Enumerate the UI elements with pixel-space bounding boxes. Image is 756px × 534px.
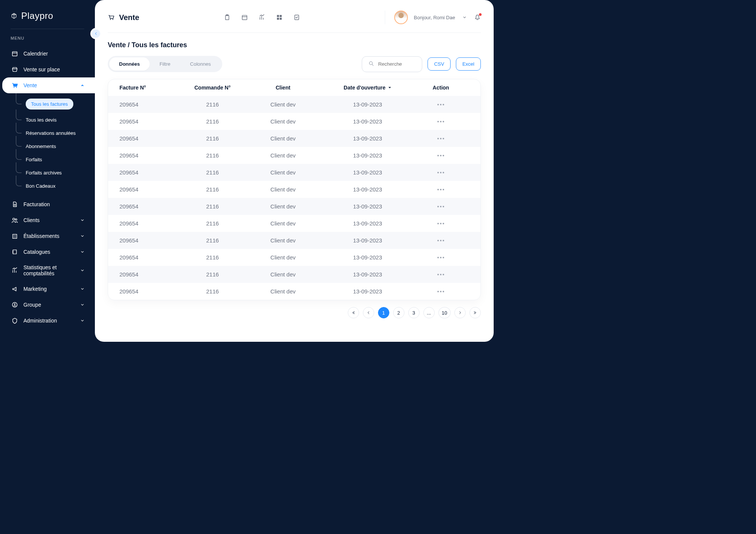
cell-date: 13-09-2023 (322, 152, 413, 159)
row-actions-button[interactable] (437, 274, 444, 275)
search-icon (368, 60, 374, 68)
cell-action (413, 172, 469, 173)
chevron-up-icon (79, 82, 86, 89)
page-prev-button[interactable] (363, 307, 374, 318)
row-actions-button[interactable] (437, 189, 444, 190)
table-header: Facture N° Commande N° Client Date d'ouv… (108, 79, 480, 96)
search-input[interactable] (378, 61, 416, 67)
row-actions-button[interactable] (437, 172, 444, 173)
table-row[interactable]: 209654 2116 Client dev 13-09-2023 (108, 181, 480, 198)
subnav-bon-cadeaux[interactable]: Bon Cadeaux (16, 179, 95, 193)
sidebar-collapse-button[interactable] (92, 29, 100, 38)
tab-colonnes[interactable]: Colonnes (180, 57, 221, 71)
row-actions-button[interactable] (437, 121, 444, 122)
table-row[interactable]: 209654 2116 Client dev 13-09-2023 (108, 283, 480, 300)
users-icon (11, 217, 18, 224)
col-date-label: Date d'ouverture (344, 85, 386, 91)
avatar[interactable] (394, 11, 408, 24)
subnav-reservations-annulees[interactable]: Réservations annulées (16, 127, 95, 140)
sidebar-item-calendrier[interactable]: Calendrier (0, 46, 95, 62)
table-row[interactable]: 209654 2116 Client dev 13-09-2023 (108, 130, 480, 147)
subnav-tous-les-devis[interactable]: Tous les devis (16, 113, 95, 127)
table-row[interactable]: 209654 2116 Client dev 13-09-2023 (108, 164, 480, 181)
row-actions-button[interactable] (437, 257, 444, 258)
cell-client: Client dev (243, 203, 322, 210)
table-row[interactable]: 209654 2116 Client dev 13-09-2023 (108, 198, 480, 215)
row-actions-button[interactable] (437, 206, 444, 207)
chevron-down-icon (79, 233, 86, 239)
subnav-forfaits[interactable]: Forfaits (16, 153, 95, 166)
sidebar-item-vente-sur-place[interactable]: Vente sur place (0, 62, 95, 77)
sidebar-item-facturation[interactable]: Facturation (0, 196, 95, 212)
export-excel-button[interactable]: Excel (456, 57, 481, 71)
tab-filtre[interactable]: Filtre (150, 57, 180, 71)
grid-icon[interactable] (276, 14, 283, 21)
row-actions-button[interactable] (437, 138, 444, 139)
col-date[interactable]: Date d'ouverture (322, 85, 413, 91)
cell-commande: 2116 (181, 271, 243, 278)
sidebar-item-catalogues[interactable]: Catalogues (0, 244, 95, 260)
sidebar-item-label: Statistiques et comptabilités (23, 264, 74, 276)
invoices-table: Facture N° Commande N° Client Date d'ouv… (108, 79, 481, 300)
clipboard-icon[interactable] (224, 14, 231, 21)
notifications-icon[interactable] (474, 14, 481, 21)
subnav-vente: Tous les factures Tous les devis Réserva… (16, 95, 95, 193)
row-actions-button[interactable] (437, 240, 444, 241)
sidebar-item-statistiques[interactable]: Statistiques et comptabilités (0, 260, 95, 281)
sidebar-item-etablissements[interactable]: Établissements (0, 228, 95, 244)
col-facture[interactable]: Facture N° (119, 85, 181, 91)
main-panel: Vente Bonjour, Romi Dae Vente / Tous les… (95, 0, 494, 342)
chevron-down-icon[interactable] (461, 14, 468, 21)
col-commande[interactable]: Commande N° (181, 85, 243, 91)
subnav-tous-les-factures[interactable]: Tous les factures (16, 95, 95, 113)
table-row[interactable]: 209654 2116 Client dev 13-09-2023 (108, 266, 480, 283)
page-3-button[interactable]: 3 (408, 307, 420, 318)
sidebar-item-label: Marketing (23, 286, 74, 292)
pagination: 123...10 (108, 307, 481, 318)
toolbar-icons (224, 14, 300, 21)
cell-date: 13-09-2023 (322, 254, 413, 261)
table-row[interactable]: 209654 2116 Client dev 13-09-2023 (108, 147, 480, 164)
svg-rect-19 (242, 15, 247, 20)
table-row[interactable]: 209654 2116 Client dev 13-09-2023 (108, 113, 480, 130)
tab-donnees[interactable]: Données (109, 57, 150, 71)
sidebar-item-administration[interactable]: Administration (0, 313, 95, 329)
calendar-icon[interactable] (241, 14, 248, 21)
note-check-icon[interactable] (293, 14, 300, 21)
filters-row: Données Filtre Colonnes CSV Excel (108, 56, 481, 72)
sidebar-item-marketing[interactable]: Marketing (0, 281, 95, 297)
cell-commande: 2116 (181, 101, 243, 108)
col-client[interactable]: Client (243, 85, 322, 91)
cell-action (413, 257, 469, 258)
page-2-button[interactable]: 2 (393, 307, 404, 318)
cart-icon (108, 14, 115, 21)
table-row[interactable]: 209654 2116 Client dev 13-09-2023 (108, 215, 480, 232)
page-1-button[interactable]: 1 (378, 307, 389, 318)
sidebar-item-clients[interactable]: Clients (0, 212, 95, 228)
sidebar-item-vente[interactable]: Vente (2, 77, 95, 93)
calendar-icon (11, 50, 18, 57)
row-actions-button[interactable] (437, 155, 444, 156)
subnav-forfaits-archives[interactable]: Forfaits archives (16, 166, 95, 179)
page-10-button[interactable]: 10 (438, 307, 451, 318)
table-row[interactable]: 209654 2116 Client dev 13-09-2023 (108, 249, 480, 266)
chevron-down-icon (79, 301, 86, 308)
cell-date: 13-09-2023 (322, 288, 413, 295)
row-actions-button[interactable] (437, 104, 444, 105)
chevron-down-icon (79, 217, 86, 224)
row-actions-button[interactable] (437, 223, 444, 224)
cell-facture: 209654 (119, 169, 181, 176)
cell-client: Client dev (243, 135, 322, 142)
row-actions-button[interactable] (437, 291, 444, 292)
chart-icon[interactable] (259, 14, 265, 21)
table-row[interactable]: 209654 2116 Client dev 13-09-2023 (108, 96, 480, 113)
page-next-button[interactable] (454, 307, 466, 318)
export-csv-button[interactable]: CSV (428, 57, 451, 71)
sidebar-item-label: Vente (23, 82, 74, 88)
search-box[interactable] (362, 56, 422, 72)
table-row[interactable]: 209654 2116 Client dev 13-09-2023 (108, 232, 480, 249)
subnav-abonnements[interactable]: Abonnements (16, 140, 95, 153)
page-first-button[interactable] (348, 307, 359, 318)
sidebar-item-groupe[interactable]: Groupe (0, 297, 95, 313)
page-last-button[interactable] (469, 307, 481, 318)
